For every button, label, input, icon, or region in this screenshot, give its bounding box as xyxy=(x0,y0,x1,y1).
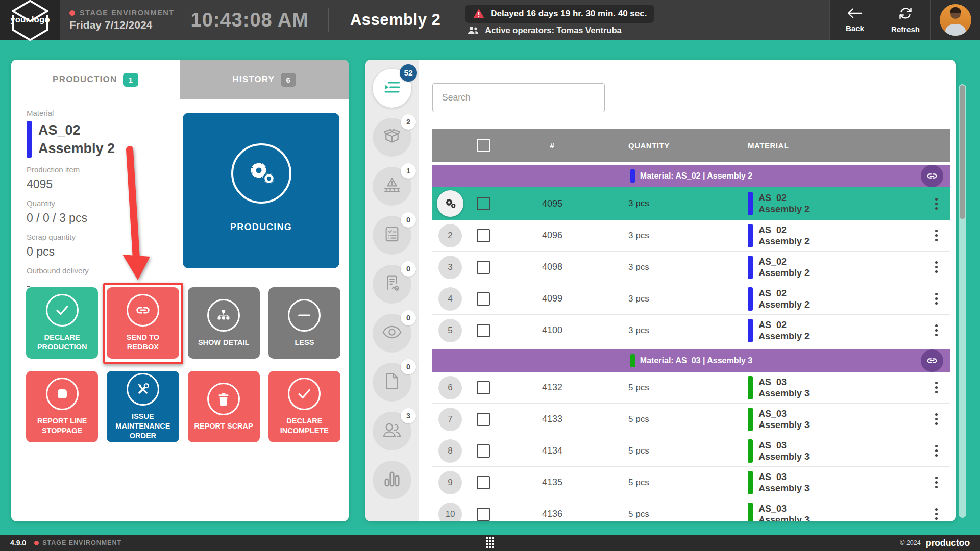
avatar-block[interactable] xyxy=(930,0,980,40)
group-link-button[interactable] xyxy=(921,165,943,187)
refresh-button[interactable]: Refresh xyxy=(880,0,930,40)
footer-environment: STAGE ENVIRONMENT xyxy=(34,539,121,546)
row-checkbox[interactable] xyxy=(477,292,490,306)
table-row[interactable]: 4095 3 pcs AS_02 Assembly 2 xyxy=(432,187,950,220)
tab-production[interactable]: PRODUCTION 1 xyxy=(11,60,180,99)
row-quantity: 5 pcs xyxy=(606,383,744,393)
producing-label: PRODUCING xyxy=(230,222,292,233)
header-clock: 10:43:08 AM xyxy=(191,9,309,31)
row-checkbox[interactable] xyxy=(477,261,490,274)
row-quantity: 3 pcs xyxy=(606,325,744,336)
row-checkbox[interactable] xyxy=(477,476,490,489)
row-checkbox[interactable] xyxy=(477,444,490,458)
report-scrap-button[interactable]: REPORT SCRAP xyxy=(188,371,260,442)
row-quantity: 3 pcs xyxy=(606,198,744,209)
table-row[interactable]: 4 4099 3 pcs AS_02 xyxy=(432,283,950,315)
declare-production-button[interactable]: DECLARE PRODUCTION xyxy=(26,287,98,359)
nav-item-handover-document[interactable]: 0 xyxy=(373,265,411,304)
operators-icon xyxy=(382,421,402,441)
apps-grid-icon[interactable] xyxy=(486,537,494,548)
production-item-value: 4095 xyxy=(27,178,180,191)
row-number: 10 xyxy=(438,503,462,522)
declare-incomplete-button[interactable]: DECLARE INCOMPLETE xyxy=(268,371,340,442)
row-menu-button[interactable] xyxy=(932,227,941,244)
row-checkbox[interactable] xyxy=(477,324,490,337)
row-material-code: AS_03 xyxy=(758,377,810,388)
search-input[interactable] xyxy=(432,83,605,112)
row-menu-button[interactable] xyxy=(932,379,941,396)
action-buttons: DECLARE PRODUCTION SEND TO REDBOX xyxy=(26,287,340,442)
material-color-bar xyxy=(748,287,753,311)
vertical-scrollbar[interactable] xyxy=(959,84,966,518)
tab-production-label: PRODUCTION xyxy=(53,74,117,85)
report-line-stoppage-button[interactable]: REPORT LINE STOPPAGE xyxy=(26,371,98,442)
row-checkbox[interactable] xyxy=(477,197,490,210)
delay-alert: Delayed 16 days 19 hr. 30 min. 40 sec. xyxy=(465,5,654,23)
table-row[interactable]: 2 4096 3 pcs AS_02 xyxy=(432,220,950,252)
table-row[interactable]: 9 4135 5 pcs AS_03 xyxy=(432,467,950,498)
material-color-bar xyxy=(748,503,753,522)
nav-item-line-warning[interactable]: 1 xyxy=(373,167,411,206)
nav-item-packaging-box[interactable]: 2 xyxy=(373,118,411,157)
environment-dot-icon xyxy=(34,541,39,545)
row-menu-button[interactable] xyxy=(932,410,941,428)
tab-production-count: 1 xyxy=(123,73,138,87)
issue-maintenance-order-button[interactable]: ISSUE MAINTENANCE ORDER xyxy=(107,371,179,442)
row-checkbox[interactable] xyxy=(477,381,490,394)
app-header: your logo STAGE ENVIRONMENT Friday 7/12/… xyxy=(0,0,980,40)
nav-item-checklist[interactable]: 0 xyxy=(373,216,411,255)
row-item-number: 4134 xyxy=(499,445,606,456)
row-menu-button[interactable] xyxy=(932,290,941,308)
nav-item-production-queue[interactable]: 52 xyxy=(373,69,411,108)
line-warning-icon xyxy=(382,176,402,196)
send-to-redbox-button[interactable]: SEND TO REDBOX xyxy=(107,287,179,359)
row-checkbox[interactable] xyxy=(477,413,490,426)
environment-block: STAGE ENVIRONMENT Friday 7/12/2024 xyxy=(69,0,175,40)
table-row[interactable]: 6 4132 5 pcs AS_03 xyxy=(432,372,950,404)
row-checkbox[interactable] xyxy=(477,229,490,242)
row-number: 7 xyxy=(438,408,462,431)
row-checkbox[interactable] xyxy=(477,508,490,521)
table-row[interactable]: 5 4100 3 pcs AS_02 xyxy=(432,315,950,346)
producing-status-tile[interactable]: PRODUCING xyxy=(183,113,339,268)
row-item-number: 4099 xyxy=(499,293,606,304)
less-button[interactable]: LESS xyxy=(268,287,340,359)
handover-document-icon xyxy=(383,274,401,294)
row-menu-button[interactable] xyxy=(932,473,941,491)
nav-item-statistics[interactable] xyxy=(373,461,411,499)
row-menu-button[interactable] xyxy=(932,321,941,339)
row-menu-button[interactable] xyxy=(932,258,941,276)
items-table: # QUANTITY MATERIAL Material: AS_02 | As… xyxy=(432,129,950,521)
row-material: AS_02 Assembly 2 xyxy=(744,224,922,247)
row-number: 2 xyxy=(438,224,462,247)
row-item-number: 4096 xyxy=(499,230,606,241)
row-quantity: 5 pcs xyxy=(606,509,744,519)
nav-item-inspection-eye[interactable]: 0 xyxy=(373,314,411,353)
show-detail-button[interactable]: SHOW DETAIL xyxy=(188,287,260,359)
nav-badge: 0 xyxy=(401,212,416,228)
production-info: Material AS_02 Assembly 2 Production ite… xyxy=(27,109,180,292)
row-menu-button[interactable] xyxy=(932,195,941,213)
row-material: AS_02 Assembly 2 xyxy=(744,287,922,311)
select-all-checkbox[interactable] xyxy=(477,139,490,152)
back-button[interactable]: Back xyxy=(829,0,880,40)
scrollbar-thumb[interactable] xyxy=(960,85,965,219)
operators-icon xyxy=(467,26,479,35)
row-menu-button[interactable] xyxy=(932,442,941,460)
less-label: LESS xyxy=(295,338,314,347)
tab-history[interactable]: HISTORY 6 xyxy=(180,60,349,99)
group-link-button[interactable] xyxy=(921,349,943,372)
link-icon xyxy=(926,170,938,182)
company-logo: your logo xyxy=(0,0,60,40)
nav-item-document[interactable]: 0 xyxy=(373,363,411,402)
table-row[interactable]: 10 4136 5 pcs AS_03 xyxy=(432,498,950,521)
table-row[interactable]: 3 4098 3 pcs AS_02 xyxy=(432,252,950,283)
table-row[interactable]: 7 4133 5 pcs AS_03 xyxy=(432,404,950,435)
checklist-icon xyxy=(383,225,401,245)
row-menu-button[interactable] xyxy=(932,505,941,521)
material-name: Assembly 2 xyxy=(38,139,115,158)
logo-text: your logo xyxy=(10,15,50,25)
row-quantity: 3 pcs xyxy=(606,294,744,304)
table-row[interactable]: 8 4134 5 pcs AS_03 xyxy=(432,435,950,467)
nav-item-operators[interactable]: 3 xyxy=(373,412,411,450)
